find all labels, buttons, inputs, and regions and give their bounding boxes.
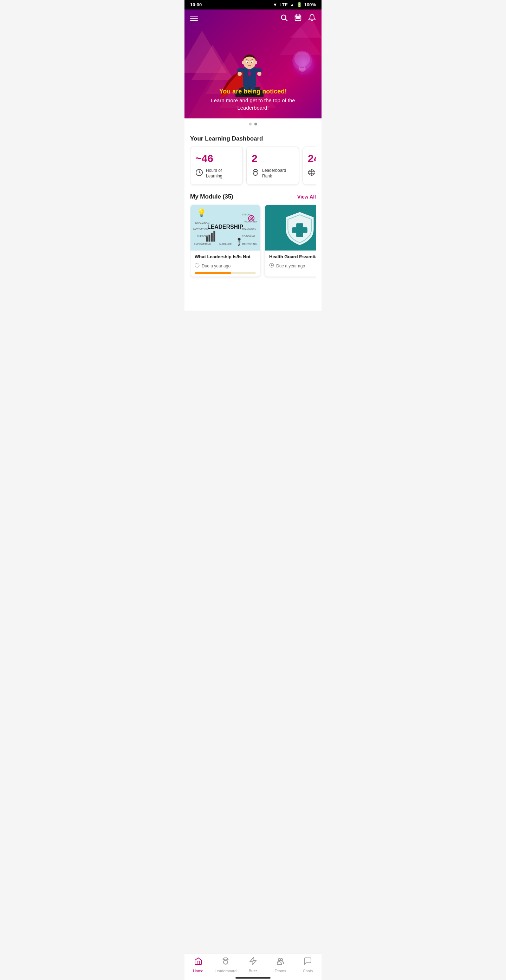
svg-text:MOTIVATION: MOTIVATION [193, 228, 208, 231]
status-bar: 10:00 ▼ LTE ▲ 🔋 100% [185, 0, 321, 10]
dot-2[interactable] [255, 123, 257, 126]
due-icon-leadership [195, 263, 200, 269]
menu-button[interactable] [190, 16, 198, 21]
svg-text:INNOVATION: INNOVATION [195, 222, 209, 224]
svg-rect-63 [213, 231, 215, 242]
main-content: Your Learning Dashboard ~46 Hours ofLear… [185, 130, 321, 310]
module-info-health: Health Guard Essentials Due a year ago [265, 251, 316, 272]
battery-label: 100% [304, 2, 316, 7]
svg-point-67 [238, 238, 241, 241]
svg-point-34 [247, 62, 248, 63]
module-thumbnail-health [265, 205, 316, 251]
stat-value-courses: 24 [308, 153, 316, 164]
svg-text:LEADERSHIP: LEADERSHIP [207, 224, 243, 230]
hero-navigation [185, 10, 321, 27]
svg-point-26 [257, 72, 261, 76]
module-card-leadership[interactable]: 💡 LEADERSHIP INNOVATION VISION PLANNING … [190, 205, 260, 277]
svg-rect-75 [292, 228, 307, 233]
slide-indicators [185, 118, 321, 130]
hamburger-line-2 [190, 18, 198, 19]
view-all-button[interactable]: View All [297, 194, 316, 200]
svg-rect-17 [298, 18, 299, 19]
modules-header: My Module (35) View All [190, 188, 316, 205]
lightbulb-icon [292, 50, 313, 78]
hamburger-line-1 [190, 16, 198, 16]
hero-nav-right [280, 14, 316, 23]
svg-text:GUIDANCE: GUIDANCE [219, 243, 232, 246]
svg-line-36 [246, 60, 249, 60]
clock-icon [196, 169, 203, 178]
modules-section-title: My Module (35) [190, 193, 233, 200]
search-icon[interactable] [280, 14, 288, 23]
progress-bar-container-leadership [195, 272, 256, 274]
stat-bottom-rank: LeaderboardRank [251, 168, 294, 179]
svg-text:💡: 💡 [197, 208, 207, 218]
module-title-leadership: What Leadership Is/Is Not [195, 254, 256, 260]
svg-point-25 [237, 72, 242, 76]
hero-subtitle-text: Learn more and get to the top of the Lea… [195, 97, 311, 111]
svg-point-66 [251, 218, 252, 219]
svg-rect-18 [299, 18, 300, 19]
svg-text:MENTORING: MENTORING [242, 243, 257, 246]
status-icons: ▼ LTE ▲ 🔋 100% [273, 2, 316, 7]
svg-text:COACHING: COACHING [242, 235, 255, 237]
battery-icon: 🔋 [297, 2, 302, 7]
calendar-icon[interactable] [294, 14, 302, 23]
stat-card-courses: 24 CoursesEnrolled [302, 146, 316, 185]
module-thumbnail-leadership: 💡 LEADERSHIP INNOVATION VISION PLANNING … [191, 205, 260, 251]
svg-rect-62 [211, 233, 213, 242]
svg-point-39 [255, 61, 257, 64]
signal-icon: ▲ [290, 2, 294, 7]
module-info-leadership: What Leadership Is/Is Not Due a year ago [191, 251, 260, 277]
svg-rect-60 [206, 237, 208, 242]
hero-banner: You are being noticed! Learn more and ge… [185, 10, 321, 118]
svg-text:EMPOWERING: EMPOWERING [194, 243, 211, 246]
svg-rect-16 [296, 18, 297, 19]
modules-grid: 💡 LEADERSHIP INNOVATION VISION PLANNING … [190, 205, 316, 283]
stat-label-hours: Hours ofLearning [206, 168, 223, 179]
bell-icon[interactable] [308, 14, 316, 23]
stat-label-rank: LeaderboardRank [262, 168, 286, 179]
svg-text:TEAMWORK: TEAMWORK [242, 228, 256, 231]
stat-card-hours: ~46 Hours ofLearning [190, 146, 243, 185]
stat-card-rank: 2 LeaderboardRank [246, 146, 299, 185]
time-display: 10:00 [190, 2, 202, 7]
dashboard-section-title: Your Learning Dashboard [190, 130, 316, 146]
svg-line-37 [250, 60, 253, 60]
svg-line-11 [285, 19, 287, 21]
module-title-health: Health Guard Essentials [269, 254, 316, 260]
stat-bottom-courses: CoursesEnrolled [308, 168, 316, 179]
stat-value-hours: ~46 [196, 153, 237, 164]
due-text-health: Due a year ago [276, 264, 305, 269]
module-card-health[interactable]: Health Guard Essentials Due a year ago [264, 205, 316, 277]
wifi-icon: ▼ [273, 2, 277, 7]
svg-text:VISION: VISION [242, 214, 250, 216]
svg-point-72 [195, 263, 199, 267]
svg-rect-61 [208, 235, 210, 242]
svg-marker-77 [271, 264, 273, 266]
due-text-leadership: Due a year ago [202, 264, 231, 269]
stat-value-rank: 2 [251, 153, 294, 164]
hero-text-area: You are being noticed! Learn more and ge… [185, 88, 321, 111]
progress-bar-leadership [195, 272, 231, 274]
due-icon-health [269, 263, 274, 269]
stats-row: ~46 Hours ofLearning 2 [190, 146, 316, 188]
svg-point-38 [242, 61, 245, 64]
dot-1[interactable] [249, 123, 251, 126]
hero-highlight-text: You are being noticed! [195, 88, 311, 95]
network-icon [308, 169, 315, 178]
medal-icon [251, 169, 259, 178]
hamburger-line-3 [190, 20, 198, 21]
lte-label: LTE [279, 2, 288, 7]
module-due-leadership: Due a year ago [195, 263, 256, 269]
stat-bottom-hours: Hours ofLearning [196, 168, 237, 179]
svg-point-35 [251, 62, 252, 63]
module-due-health: Due a year ago [269, 263, 316, 269]
